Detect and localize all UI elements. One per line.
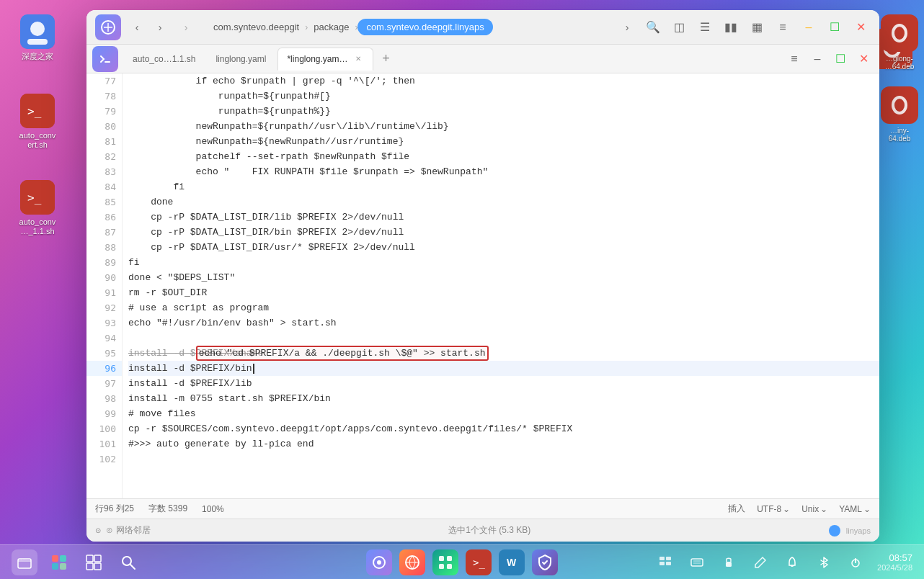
breadcrumb-linyaps[interactable]: com.syntevo.deepgit.linyaps	[357, 19, 492, 35]
menu-button[interactable]: ≡	[773, 17, 793, 37]
taskbar-appstore[interactable]	[432, 549, 458, 575]
tab-close-window-button[interactable]: ✕	[853, 49, 874, 69]
insert-mode[interactable]: 插入	[728, 503, 745, 515]
code-line-98: install -m 0755 start.sh $PREFIX/bin	[128, 391, 879, 406]
clock-area[interactable]: 08:57 2024/5/28	[877, 552, 912, 572]
svg-rect-36	[447, 556, 452, 561]
main-window: ‹ › › com.syntevo.deepgit › package › co…	[86, 10, 879, 542]
breadcrumb-expand[interactable]: ›	[617, 17, 637, 37]
sidebar-button[interactable]: ▦	[747, 17, 767, 37]
tab-linglong-yam-active[interactable]: *linglong.yam… ✕	[277, 48, 373, 71]
svg-rect-24	[60, 563, 66, 570]
tab-close-button[interactable]: ✕	[352, 53, 364, 65]
svg-rect-21	[52, 555, 58, 562]
title-bar: ‹ › › com.syntevo.deepgit › package › co…	[86, 10, 879, 45]
editor-app-icon	[92, 46, 118, 72]
desktop-icon-deepin-home[interactable]: 深度之家	[12, 14, 63, 61]
code-line-79: runpath=${runpath%}}	[128, 104, 879, 119]
language[interactable]: YAML ⌄	[839, 504, 871, 514]
cursor-position[interactable]: 行96 列25	[95, 503, 134, 515]
desktop-icon-auto-conv2[interactable]: >_ auto_conv…_1.1.sh	[12, 180, 63, 236]
tray-power[interactable]	[843, 549, 869, 575]
network-status[interactable]: ⊙ ⊙ 网络邻居	[95, 524, 151, 537]
svg-rect-22	[60, 555, 66, 562]
view-grid-button[interactable]: ◫	[669, 17, 689, 37]
desktop-icon-label: auto_conv…_1.1.sh	[19, 217, 56, 236]
zoom-level: 100%	[202, 504, 224, 514]
forward-button[interactable]: ›	[150, 17, 170, 37]
view-list-button[interactable]: ☰	[695, 17, 715, 37]
clock-date: 2024/5/28	[877, 563, 912, 572]
tray-network[interactable]	[652, 549, 678, 575]
close-button[interactable]: ✕	[850, 17, 871, 37]
tray-bluetooth[interactable]	[811, 549, 837, 575]
clock-time: 08:57	[889, 552, 912, 563]
tab-auto-conv[interactable]: auto_co…1.1.sh	[124, 48, 204, 71]
code-line-87: cp -rP $DATA_LIST_DIR/bin $PREFIX 2>/dev…	[128, 225, 879, 240]
taskbar-file-manager[interactable]	[12, 549, 37, 575]
debian-icon-bottom[interactable]: …iny-64.deb	[881, 86, 918, 143]
taskbar-search[interactable]	[115, 549, 141, 575]
tray-pen[interactable]	[747, 549, 773, 575]
code-line-80: newRunpath=${runpath//usr\/lib\/runtime\…	[128, 119, 879, 134]
tab-menu-button[interactable]: ≡	[784, 49, 804, 69]
svg-text:>_: >_	[27, 104, 42, 118]
svg-rect-43	[659, 562, 665, 565]
code-line-81: newRunpath=${newRunpath//usr/runtime}	[128, 134, 879, 149]
taskbar-word[interactable]: W	[499, 549, 525, 575]
maximize-button[interactable]: ☐	[825, 17, 845, 37]
code-line-88: cp -rP $DATA_LIST_DIR/usr/* $PREFIX 2>/d…	[128, 240, 879, 255]
svg-rect-44	[666, 562, 671, 565]
svg-rect-42	[666, 557, 671, 560]
desktop-icon-label: auto_convert.sh	[19, 131, 56, 150]
encoding[interactable]: UTF-8 ⌄	[757, 504, 790, 514]
desktop-icon-auto-conv1[interactable]: >_ auto_convert.sh	[12, 94, 63, 150]
taskbar-terminal[interactable]: >_	[466, 549, 492, 575]
taskbar-windows[interactable]	[81, 549, 107, 575]
status-bar-right: 插入 UTF-8 ⌄ Unix ⌄ YAML ⌄	[728, 503, 871, 515]
svg-rect-37	[439, 564, 444, 569]
tab-maximize-button[interactable]: ☐	[830, 49, 850, 69]
tray-bell[interactable]	[779, 549, 805, 575]
svg-rect-38	[447, 564, 452, 569]
debian-icon-top[interactable]: …glong-…64.deb	[881, 14, 918, 71]
address-bar: com.syntevo.deepgit › package › com.synt…	[208, 19, 605, 35]
code-line-89: fi	[128, 255, 879, 270]
title-bar-actions: › 🔍 ◫ ☰ ▮▮ ▦ ≡ – ☐ ✕	[617, 17, 871, 37]
code-line-90: done < "$DEPS_LIST"	[128, 270, 879, 285]
taskbar-left	[12, 549, 141, 575]
tray-keyboard[interactable]	[684, 549, 710, 575]
taskbar-center: >_ W	[366, 549, 558, 575]
code-line-78: runpath=${runpath#[}	[128, 89, 879, 104]
taskbar-color[interactable]	[46, 549, 72, 575]
breadcrumb-package[interactable]: package	[308, 19, 355, 35]
line-ending[interactable]: Unix ⌄	[801, 504, 827, 514]
taskbar-browser[interactable]	[399, 549, 425, 575]
taskbar-security[interactable]	[532, 549, 558, 575]
code-editor[interactable]: if echo $runpath | grep -q '^\[/'; then …	[123, 73, 879, 498]
char-count: 字数 5399	[148, 503, 187, 515]
view-columns-button[interactable]: ▮▮	[721, 17, 741, 37]
search-button[interactable]: 🔍	[643, 17, 663, 37]
tray-lock[interactable]	[716, 549, 742, 575]
back-button[interactable]: ‹	[127, 17, 147, 37]
breadcrumb-deepgit[interactable]: com.syntevo.deepgit	[208, 19, 305, 35]
nav-buttons: ‹ ›	[127, 17, 170, 37]
taskbar: >_ W	[0, 544, 924, 579]
code-line-92: # use a script as program	[128, 300, 879, 315]
tab-bar: auto_co…1.1.sh linglong.yaml *linglong.y…	[86, 45, 879, 73]
selection-info: 选中1个文件 (5.3 KB)	[151, 524, 829, 537]
svg-point-1	[30, 22, 45, 36]
svg-rect-23	[52, 563, 58, 570]
minimize-button[interactable]: –	[799, 17, 819, 37]
tab-linglong-yaml[interactable]: linglong.yaml	[207, 48, 275, 71]
svg-rect-27	[86, 563, 93, 570]
add-tab-button[interactable]: +	[376, 49, 396, 69]
svg-rect-28	[94, 563, 101, 570]
tab-label: linglong.yaml	[216, 54, 266, 64]
tab-minimize-button[interactable]: –	[807, 49, 827, 69]
code-line-83: echo " FIX RUNPATH $file $runpath => $ne…	[128, 164, 879, 179]
up-button[interactable]: ›	[176, 17, 196, 37]
taskbar-deepin[interactable]	[366, 549, 392, 575]
code-line-96: install -d $PREFIX/bin	[128, 361, 879, 376]
